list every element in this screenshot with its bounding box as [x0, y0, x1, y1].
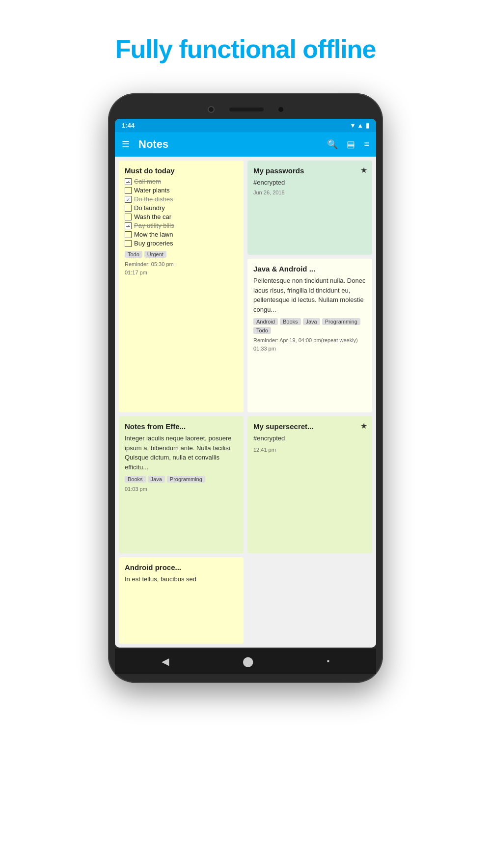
checklist-item-buy-groceries: Buy groceries: [125, 240, 238, 247]
wifi-icon: ▾: [351, 122, 355, 129]
phone-sensor: [278, 107, 283, 112]
note-card-java-android[interactable]: Java & Android ... Pellentesque non tinc…: [247, 259, 372, 412]
note-body-android-proce: In est tellus, faucibus sed: [125, 574, 238, 584]
checkbox-mow-lawn[interactable]: [125, 231, 132, 238]
note-date-passwords: Jun 26, 2018: [253, 190, 366, 195]
checkbox-call-mom[interactable]: ✓: [125, 178, 132, 185]
note-card-android-proce[interactable]: Android proce... In est tellus, faucibus…: [119, 557, 244, 644]
star-icon-supersecret: ★: [360, 421, 367, 431]
note-title-android-proce: Android proce...: [125, 563, 238, 571]
tag-java: Java: [303, 318, 320, 325]
checklist-item-mow-lawn: Mow the lawn: [125, 231, 238, 238]
note-title-supersecret: My supersecret...: [253, 422, 366, 431]
tag-programming: Programming: [322, 318, 360, 325]
phone-bottom-bar: ◀ ⬤ ▪: [115, 649, 376, 674]
tag-books-effe: Books: [125, 476, 146, 483]
checklist-item-wash-car: Wash the car: [125, 213, 238, 220]
note-meta-java: Reminder: Apr 19, 04:00 pm(repeat weekly…: [253, 336, 366, 353]
app-bar-title: Notes: [138, 138, 321, 151]
menu-icon[interactable]: ☰: [122, 139, 130, 150]
checkbox-do-laundry[interactable]: [125, 205, 132, 212]
notes-grid: Must do today ✓ Call mom Water plants ✓ …: [115, 157, 376, 648]
tag-books: Books: [280, 318, 301, 325]
tag-programming-effe: Programming: [167, 476, 205, 483]
phone-top-bar: [115, 102, 376, 119]
checkbox-wash-car[interactable]: [125, 214, 132, 220]
note-title-must-do-today: Must do today: [125, 166, 238, 175]
checklist-item-water-plants: Water plants: [125, 187, 238, 194]
note-title-passwords: My passwords: [253, 166, 366, 175]
battery-icon: ▮: [366, 122, 369, 129]
note-meta-must-do: Reminder: 05:30 pm01:17 pm: [125, 260, 238, 276]
note-body-effe: Integer iaculis neque laoreet, posuere i…: [125, 434, 238, 472]
note-body-supersecret: #encrypted: [253, 434, 366, 443]
tags-row-must-do: Todo Urgent: [125, 251, 238, 258]
note-card-my-passwords[interactable]: ★ My passwords #encrypted Jun 26, 2018: [247, 161, 372, 255]
signal-icon: ▲: [357, 122, 363, 129]
tag-todo-java: Todo: [253, 327, 271, 334]
checkbox-do-dishes[interactable]: ✓: [125, 196, 132, 203]
note-body-passwords: #encrypted: [253, 178, 366, 188]
checklist-item-pay-bills: ✓ Pay utility bills: [125, 222, 238, 229]
note-meta-supersecret: 12:41 pm: [253, 446, 366, 454]
status-bar: 1:44 ▾ ▲ ▮: [115, 119, 376, 132]
note-body-java: Pellentesque non tincidunt nulla. Donec …: [253, 276, 366, 314]
tag-android: Android: [253, 318, 278, 325]
phone-camera: [208, 106, 215, 113]
app-bar: ☰ Notes 🔍 ▤ ≡: [115, 132, 376, 157]
tags-row-effe: Books Java Programming: [125, 476, 238, 483]
tags-row-java: Android Books Java Programming Todo: [253, 318, 366, 334]
nav-recent-button[interactable]: ▪: [327, 657, 329, 666]
note-meta-effe: 01:03 pm: [125, 485, 238, 493]
app-bar-icons: 🔍 ▤ ≡: [327, 139, 369, 150]
checkbox-pay-bills[interactable]: ✓: [125, 222, 132, 229]
phone-screen: 1:44 ▾ ▲ ▮ ☰ Notes 🔍 ▤ ≡ Must do today: [115, 119, 376, 648]
checklist-item-do-dishes: ✓ Do the dishes: [125, 195, 238, 203]
note-title-effe: Notes from Effe...: [125, 422, 238, 431]
phone-shell: 1:44 ▾ ▲ ▮ ☰ Notes 🔍 ▤ ≡ Must do today: [108, 93, 383, 683]
star-icon-passwords: ★: [360, 165, 367, 175]
checklist-item-do-laundry: Do laundry: [125, 204, 238, 212]
note-card-notes-effe[interactable]: Notes from Effe... Integer iaculis neque…: [119, 416, 244, 553]
nav-back-button[interactable]: ◀: [162, 655, 169, 667]
sort-icon[interactable]: ≡: [364, 139, 369, 150]
tag-java-effe: Java: [148, 476, 165, 483]
phone-speaker: [229, 108, 264, 111]
checklist-item-call-mom: ✓ Call mom: [125, 178, 238, 185]
view-icon[interactable]: ▤: [347, 139, 355, 150]
search-icon[interactable]: 🔍: [327, 139, 338, 150]
note-title-java: Java & Android ...: [253, 265, 366, 273]
status-time: 1:44: [122, 122, 135, 129]
checkbox-buy-groceries[interactable]: [125, 240, 132, 247]
nav-home-button[interactable]: ⬤: [243, 655, 253, 667]
tag-todo: Todo: [125, 251, 142, 258]
tag-urgent: Urgent: [144, 251, 166, 258]
note-card-supersecret[interactable]: ★ My supersecret... #encrypted 12:41 pm: [247, 416, 372, 553]
checkbox-water-plants[interactable]: [125, 187, 132, 194]
page-headline: Fully functional offline: [115, 34, 376, 64]
status-icons: ▾ ▲ ▮: [351, 122, 369, 129]
note-card-must-do-today[interactable]: Must do today ✓ Call mom Water plants ✓ …: [119, 161, 244, 412]
